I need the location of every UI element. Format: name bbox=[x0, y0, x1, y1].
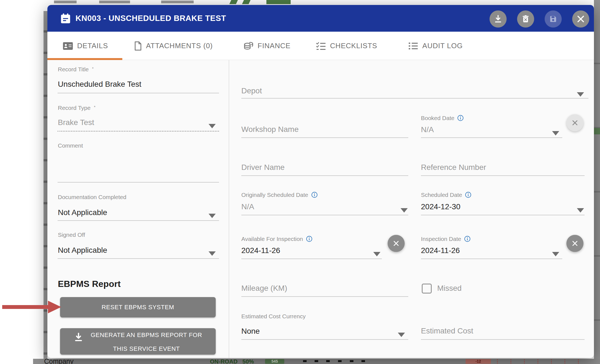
background-company-text: Company bbox=[44, 359, 74, 364]
reference-number-underline bbox=[421, 175, 585, 176]
record-type-label: Record Type* bbox=[58, 105, 96, 111]
comment-label: Comment bbox=[58, 142, 83, 149]
info-icon[interactable] bbox=[306, 235, 313, 242]
estimated-cost-input[interactable]: Estimated Cost bbox=[421, 327, 473, 335]
background-onroad-text: ON-ROAD bbox=[210, 359, 237, 364]
download-button[interactable] bbox=[490, 10, 507, 28]
background-dash bbox=[338, 360, 342, 362]
background-green-cell bbox=[594, 128, 600, 134]
inspection-date-select[interactable]: 2024-11-26 bbox=[421, 246, 460, 255]
tab-audit-log[interactable]: AUDIT LOG bbox=[408, 32, 463, 60]
reference-number-input[interactable]: Reference Number bbox=[421, 163, 486, 172]
inspection-date-clear-button[interactable] bbox=[566, 235, 583, 252]
background-red-tick bbox=[510, 359, 511, 363]
missed-checkbox[interactable] bbox=[422, 284, 432, 294]
tab-attachments-label: ATTACHMENTS (0) bbox=[146, 42, 213, 50]
column-divider bbox=[229, 60, 229, 358]
background-red-tick bbox=[551, 359, 552, 363]
info-icon[interactable] bbox=[457, 115, 464, 121]
scheduled-date-underline bbox=[421, 215, 585, 215]
info-icon[interactable] bbox=[464, 235, 471, 242]
close-icon bbox=[392, 239, 400, 248]
annotation-arrow bbox=[2, 301, 61, 313]
background-dash bbox=[350, 360, 353, 362]
originally-scheduled-date-label: Originally Scheduled Date bbox=[241, 191, 318, 198]
workshop-name-underline bbox=[241, 137, 408, 138]
info-icon[interactable] bbox=[311, 191, 318, 198]
close-icon bbox=[571, 119, 579, 127]
documentation-completed-select[interactable]: Not Applicable bbox=[58, 208, 107, 217]
reset-ebpms-button[interactable]: RESET EBPMS SYSTEM bbox=[60, 297, 216, 317]
contact-card-icon bbox=[63, 42, 73, 50]
info-icon[interactable] bbox=[465, 191, 472, 198]
download-icon bbox=[73, 332, 84, 343]
mileage-input[interactable]: Mileage (KM) bbox=[241, 284, 287, 293]
booked-date-select[interactable]: N/A bbox=[421, 125, 434, 134]
estimated-cost-currency-select[interactable]: None bbox=[241, 327, 260, 336]
originally-scheduled-date-select[interactable]: N/A bbox=[241, 202, 254, 211]
background-red-tick bbox=[578, 359, 579, 363]
record-title-input[interactable]: Unscheduled Brake Test bbox=[58, 80, 141, 89]
coins-icon bbox=[244, 41, 253, 51]
chevron-down-icon bbox=[552, 252, 559, 256]
driver-name-underline bbox=[241, 175, 408, 176]
background-red-badge: -12 bbox=[466, 359, 491, 364]
signed-off-label: Signed Off bbox=[58, 232, 85, 238]
scheduled-date-select[interactable]: 2024-12-30 bbox=[421, 202, 460, 211]
booked-date-clear-button[interactable] bbox=[566, 114, 583, 131]
record-title-label: Record Title* bbox=[58, 66, 94, 73]
booked-date-label: Booked Date bbox=[421, 115, 464, 121]
chevron-down-icon bbox=[398, 333, 405, 337]
available-for-inspection-clear-button[interactable] bbox=[388, 235, 405, 252]
record-type-underline bbox=[58, 131, 219, 132]
available-for-inspection-underline bbox=[241, 259, 382, 259]
tab-finance[interactable]: FINANCE bbox=[244, 32, 291, 60]
background-dash bbox=[315, 360, 318, 362]
checklist-icon bbox=[316, 42, 326, 50]
generate-ebpms-report-button[interactable]: GENERATE AN EBPMS REPORT FOR THIS SERVIC… bbox=[60, 328, 216, 355]
background-red-tick bbox=[497, 359, 498, 363]
file-icon bbox=[134, 41, 142, 51]
driver-name-input[interactable]: Driver Name bbox=[241, 163, 285, 172]
tab-checklists[interactable]: CHECKLISTS bbox=[316, 32, 377, 60]
download-icon bbox=[493, 14, 503, 24]
background-red-tick bbox=[524, 359, 525, 363]
available-for-inspection-select[interactable]: 2024-11-26 bbox=[241, 246, 280, 255]
service-event-modal: KN003 - UNSCHEDULED BRAKE TEST bbox=[47, 5, 594, 358]
depot-select[interactable]: Depot bbox=[241, 86, 262, 95]
background-green-bar bbox=[266, 0, 291, 4]
delete-button[interactable] bbox=[517, 10, 534, 28]
modal-title: KN003 - UNSCHEDULED BRAKE TEST bbox=[75, 5, 226, 32]
comment-input[interactable] bbox=[58, 151, 219, 181]
estimated-cost-currency-underline bbox=[241, 339, 408, 340]
booked-date-underline bbox=[421, 137, 562, 138]
save-icon bbox=[549, 15, 558, 23]
background-text-fragment bbox=[161, 1, 194, 3]
list-icon bbox=[408, 42, 418, 50]
workshop-name-input[interactable]: Workshop Name bbox=[241, 125, 299, 134]
tab-attachments[interactable]: ATTACHMENTS (0) bbox=[134, 32, 213, 60]
trash-icon bbox=[521, 15, 530, 23]
tab-finance-label: FINANCE bbox=[258, 42, 291, 50]
background-table-row: Company ON-ROAD 50% 545 -12 bbox=[33, 359, 600, 364]
signed-off-select[interactable]: Not Applicable bbox=[58, 246, 107, 255]
background-red-tick bbox=[564, 359, 565, 363]
close-button[interactable] bbox=[572, 10, 589, 28]
background-green-mark bbox=[242, 0, 251, 4]
missed-label: Missed bbox=[437, 284, 462, 293]
chevron-down-icon bbox=[209, 214, 216, 218]
background-text-fragment bbox=[99, 1, 130, 3]
signed-off-underline bbox=[58, 258, 219, 259]
background-green-mark bbox=[229, 0, 238, 4]
available-for-inspection-label: Available For Inspection bbox=[241, 235, 313, 242]
chevron-down-icon bbox=[373, 252, 380, 256]
depot-underline bbox=[241, 98, 588, 99]
tab-details[interactable]: DETAILS bbox=[63, 32, 108, 60]
background-dash bbox=[303, 360, 307, 362]
modal-header: KN003 - UNSCHEDULED BRAKE TEST bbox=[47, 5, 594, 32]
inspection-date-label: Inspection Date bbox=[421, 235, 471, 242]
scheduled-date-label: Scheduled Date bbox=[421, 191, 472, 198]
background-text-fragment bbox=[54, 1, 77, 3]
tab-audit-log-label: AUDIT LOG bbox=[422, 42, 463, 50]
modal-tab-bar: DETAILS ATTACHMENTS (0) FINANCE bbox=[47, 32, 594, 60]
